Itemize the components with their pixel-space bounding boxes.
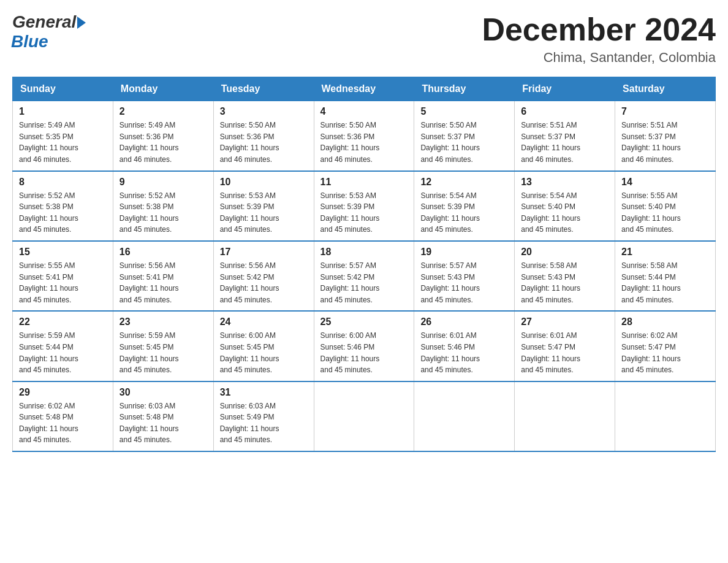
day-number: 22 (19, 316, 107, 327)
day-number: 24 (220, 316, 308, 327)
day-info: Sunrise: 5:59 AMSunset: 5:45 PMDaylight:… (119, 331, 179, 374)
column-header-sunday: Sunday (13, 77, 113, 101)
calendar-cell: 18 Sunrise: 5:57 AMSunset: 5:42 PMDaylig… (314, 241, 414, 311)
day-number: 20 (521, 247, 609, 258)
day-info: Sunrise: 5:51 AMSunset: 5:37 PMDaylight:… (521, 121, 580, 164)
day-number: 3 (220, 106, 308, 117)
day-info: Sunrise: 5:50 AMSunset: 5:37 PMDaylight:… (420, 121, 480, 164)
calendar-cell: 8 Sunrise: 5:52 AMSunset: 5:38 PMDayligh… (13, 171, 113, 241)
calendar-week-row: 15 Sunrise: 5:55 AMSunset: 5:41 PMDaylig… (13, 241, 716, 311)
page-header: General Blue December 2024 Chima, Santan… (12, 12, 716, 66)
calendar-cell: 10 Sunrise: 5:53 AMSunset: 5:39 PMDaylig… (213, 171, 314, 241)
calendar-cell: 14 Sunrise: 5:55 AMSunset: 5:40 PMDaylig… (615, 171, 716, 241)
day-info: Sunrise: 5:58 AMSunset: 5:43 PMDaylight:… (521, 261, 580, 304)
calendar-cell: 3 Sunrise: 5:50 AMSunset: 5:36 PMDayligh… (213, 101, 314, 171)
day-number: 11 (320, 177, 408, 188)
calendar-cell: 9 Sunrise: 5:52 AMSunset: 5:38 PMDayligh… (113, 171, 213, 241)
calendar-cell: 21 Sunrise: 5:58 AMSunset: 5:44 PMDaylig… (615, 241, 716, 311)
calendar-cell: 12 Sunrise: 5:54 AMSunset: 5:39 PMDaylig… (414, 171, 515, 241)
calendar-cell: 7 Sunrise: 5:51 AMSunset: 5:37 PMDayligh… (615, 101, 716, 171)
logo: General Blue (12, 12, 86, 52)
calendar-cell: 4 Sunrise: 5:50 AMSunset: 5:36 PMDayligh… (314, 101, 414, 171)
day-info: Sunrise: 5:54 AMSunset: 5:40 PMDaylight:… (521, 191, 580, 234)
day-number: 19 (420, 247, 508, 258)
day-number: 9 (119, 177, 207, 188)
day-number: 14 (621, 177, 709, 188)
column-header-tuesday: Tuesday (213, 77, 314, 101)
day-info: Sunrise: 5:55 AMSunset: 5:40 PMDaylight:… (621, 191, 681, 234)
day-info: Sunrise: 5:58 AMSunset: 5:44 PMDaylight:… (621, 261, 681, 304)
calendar-cell: 16 Sunrise: 5:56 AMSunset: 5:41 PMDaylig… (113, 241, 213, 311)
calendar-cell: 15 Sunrise: 5:55 AMSunset: 5:41 PMDaylig… (13, 241, 113, 311)
calendar-cell: 22 Sunrise: 5:59 AMSunset: 5:44 PMDaylig… (13, 311, 113, 381)
day-info: Sunrise: 5:55 AMSunset: 5:41 PMDaylight:… (19, 261, 78, 304)
day-info: Sunrise: 5:52 AMSunset: 5:38 PMDaylight:… (119, 191, 179, 234)
logo-general-text: General (12, 12, 76, 32)
day-number: 6 (521, 106, 609, 117)
logo-arrow-icon (77, 17, 86, 29)
calendar-cell: 25 Sunrise: 6:00 AMSunset: 5:46 PMDaylig… (314, 311, 414, 381)
day-info: Sunrise: 5:53 AMSunset: 5:39 PMDaylight:… (320, 191, 380, 234)
calendar-cell: 28 Sunrise: 6:02 AMSunset: 5:47 PMDaylig… (615, 311, 716, 381)
day-info: Sunrise: 5:50 AMSunset: 5:36 PMDaylight:… (320, 121, 380, 164)
day-number: 4 (320, 106, 408, 117)
calendar-table: SundayMondayTuesdayWednesdayThursdayFrid… (12, 77, 716, 452)
day-number: 23 (119, 316, 207, 327)
day-number: 21 (621, 247, 709, 258)
day-number: 29 (19, 387, 107, 398)
calendar-header-row: SundayMondayTuesdayWednesdayThursdayFrid… (13, 77, 716, 101)
calendar-cell: 19 Sunrise: 5:57 AMSunset: 5:43 PMDaylig… (414, 241, 515, 311)
day-number: 10 (220, 177, 308, 188)
column-header-friday: Friday (515, 77, 615, 101)
day-info: Sunrise: 5:51 AMSunset: 5:37 PMDaylight:… (621, 121, 681, 164)
calendar-cell: 31 Sunrise: 6:03 AMSunset: 5:49 PMDaylig… (213, 381, 314, 451)
calendar-cell: 30 Sunrise: 6:03 AMSunset: 5:48 PMDaylig… (113, 381, 213, 451)
day-info: Sunrise: 6:01 AMSunset: 5:47 PMDaylight:… (521, 331, 580, 374)
day-info: Sunrise: 5:49 AMSunset: 5:35 PMDaylight:… (19, 121, 78, 164)
calendar-cell: 17 Sunrise: 5:56 AMSunset: 5:42 PMDaylig… (213, 241, 314, 311)
day-number: 2 (119, 106, 207, 117)
day-info: Sunrise: 5:52 AMSunset: 5:38 PMDaylight:… (19, 191, 78, 234)
calendar-week-row: 8 Sunrise: 5:52 AMSunset: 5:38 PMDayligh… (13, 171, 716, 241)
day-info: Sunrise: 5:53 AMSunset: 5:39 PMDaylight:… (220, 191, 279, 234)
month-title: December 2024 (482, 12, 716, 47)
day-info: Sunrise: 5:57 AMSunset: 5:43 PMDaylight:… (420, 261, 480, 304)
calendar-cell (515, 381, 615, 451)
location-title: Chima, Santander, Colombia (482, 50, 716, 66)
day-info: Sunrise: 6:02 AMSunset: 5:48 PMDaylight:… (19, 402, 78, 445)
calendar-cell (414, 381, 515, 451)
day-info: Sunrise: 5:54 AMSunset: 5:39 PMDaylight:… (420, 191, 480, 234)
day-info: Sunrise: 6:02 AMSunset: 5:47 PMDaylight:… (621, 331, 681, 374)
logo-blue-text: Blue (11, 32, 86, 52)
day-number: 17 (220, 247, 308, 258)
calendar-cell: 26 Sunrise: 6:01 AMSunset: 5:46 PMDaylig… (414, 311, 515, 381)
day-info: Sunrise: 5:56 AMSunset: 5:42 PMDaylight:… (220, 261, 279, 304)
day-number: 16 (119, 247, 207, 258)
day-info: Sunrise: 5:59 AMSunset: 5:44 PMDaylight:… (19, 331, 78, 374)
calendar-cell: 11 Sunrise: 5:53 AMSunset: 5:39 PMDaylig… (314, 171, 414, 241)
day-number: 28 (621, 316, 709, 327)
calendar-week-row: 29 Sunrise: 6:02 AMSunset: 5:48 PMDaylig… (13, 381, 716, 451)
day-number: 12 (420, 177, 508, 188)
day-info: Sunrise: 5:49 AMSunset: 5:36 PMDaylight:… (119, 121, 179, 164)
calendar-week-row: 1 Sunrise: 5:49 AMSunset: 5:35 PMDayligh… (13, 101, 716, 171)
calendar-cell: 29 Sunrise: 6:02 AMSunset: 5:48 PMDaylig… (13, 381, 113, 451)
day-number: 31 (220, 387, 308, 398)
day-number: 27 (521, 316, 609, 327)
day-number: 25 (320, 316, 408, 327)
day-info: Sunrise: 6:00 AMSunset: 5:46 PMDaylight:… (320, 331, 380, 374)
day-number: 30 (119, 387, 207, 398)
day-number: 8 (19, 177, 107, 188)
column-header-wednesday: Wednesday (314, 77, 414, 101)
title-section: December 2024 Chima, Santander, Colombia (482, 12, 716, 66)
calendar-cell: 20 Sunrise: 5:58 AMSunset: 5:43 PMDaylig… (515, 241, 615, 311)
day-number: 5 (420, 106, 508, 117)
calendar-cell: 5 Sunrise: 5:50 AMSunset: 5:37 PMDayligh… (414, 101, 515, 171)
day-info: Sunrise: 6:00 AMSunset: 5:45 PMDaylight:… (220, 331, 279, 374)
day-info: Sunrise: 6:03 AMSunset: 5:49 PMDaylight:… (220, 402, 279, 445)
calendar-cell: 2 Sunrise: 5:49 AMSunset: 5:36 PMDayligh… (113, 101, 213, 171)
day-number: 7 (621, 106, 709, 117)
day-info: Sunrise: 6:01 AMSunset: 5:46 PMDaylight:… (420, 331, 480, 374)
calendar-week-row: 22 Sunrise: 5:59 AMSunset: 5:44 PMDaylig… (13, 311, 716, 381)
calendar-cell: 24 Sunrise: 6:00 AMSunset: 5:45 PMDaylig… (213, 311, 314, 381)
